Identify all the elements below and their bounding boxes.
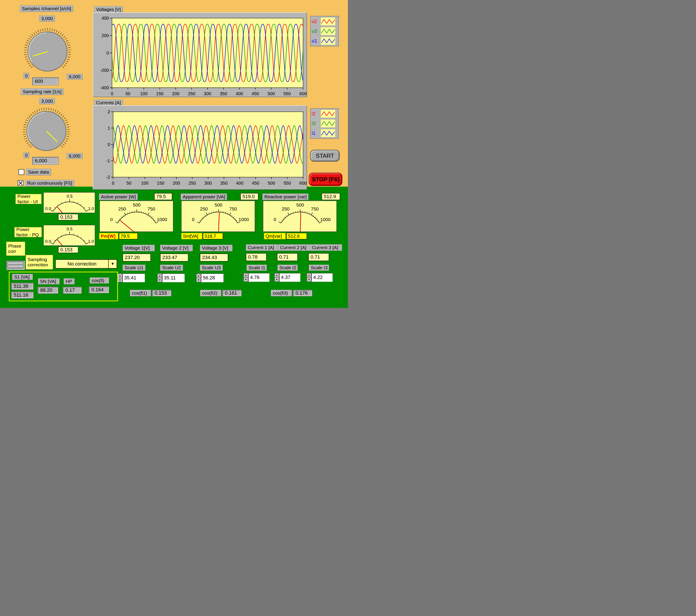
svg-text:600: 600 [299, 91, 306, 96]
scale-u1-input[interactable] [122, 273, 145, 282]
svg-text:0.5: 0.5 [67, 226, 73, 231]
spinner-down-icon[interactable]: ▼ [243, 278, 248, 282]
active-power-label: Active power [W] [99, 193, 138, 200]
legend-label-i3: i3 [312, 121, 319, 126]
legend-item-u1[interactable]: u1 [312, 37, 337, 45]
scale-i1-input[interactable] [248, 273, 269, 282]
spinner-down-icon[interactable]: ▼ [307, 278, 311, 282]
scale-i1-label: Scale I1 [247, 265, 267, 271]
scale-i2-input[interactable] [279, 273, 300, 282]
apparent-power-label: Apparent power [VA] [181, 193, 227, 200]
svg-text:750: 750 [311, 206, 318, 211]
svg-text:100: 100 [140, 91, 147, 96]
correction-dropdown[interactable]: No correction ▼ [55, 259, 117, 269]
legend-item-i2[interactable]: i2 [312, 110, 337, 118]
power-factor-ui-label: Power factor - UI [15, 194, 42, 204]
save-data-checkbox[interactable] [18, 169, 24, 175]
spinner-up-icon[interactable]: ▲ [274, 273, 279, 278]
legend-item-u2[interactable]: u2 [312, 17, 337, 26]
scale-u1-control[interactable]: ▲ ▼ [117, 273, 145, 282]
svg-text:300: 300 [204, 181, 211, 186]
svg-text:200: 200 [173, 181, 180, 186]
cosfi1-label: cos(fi1) [130, 290, 151, 296]
sampling-rate-knob[interactable] [21, 106, 72, 156]
svg-text:500: 500 [268, 91, 275, 96]
scale-u3-input[interactable] [201, 273, 223, 282]
svg-text:0.5: 0.5 [67, 194, 73, 199]
spinner-down-icon[interactable]: ▼ [158, 278, 162, 282]
scale-i2-spinner[interactable]: ▲ ▼ [274, 273, 279, 282]
spinner-up-icon[interactable]: ▲ [243, 273, 248, 278]
scale-u1-spinner[interactable]: ▲ ▼ [117, 273, 122, 282]
scale-u1-label: Scale U1 [123, 265, 145, 271]
phase-corr-indicator[interactable] [6, 260, 25, 270]
scale-u3-spinner[interactable]: ▲ ▼ [196, 273, 201, 282]
spinner-up-icon[interactable]: ▲ [118, 274, 122, 278]
scale-u2-input[interactable] [162, 273, 185, 282]
stop-button[interactable]: STOP [F6] [309, 173, 342, 186]
spinner-down-icon[interactable]: ▼ [274, 278, 279, 282]
svg-text:150: 150 [157, 181, 164, 186]
reactive-power-label: Reactive power [var] [263, 193, 309, 200]
samples-knob[interactable] [22, 26, 73, 77]
scale-i2-control[interactable]: ▲ ▼ [274, 273, 300, 282]
voltage1-label: Voltage 1[V] [123, 245, 155, 251]
start-button[interactable]: START [310, 150, 340, 162]
voltages-graph-panel: 4002000-200-4000501001502002503003504004… [93, 12, 307, 97]
active-power-display: 79.5 [154, 193, 172, 200]
scale-i1-control[interactable]: ▲ ▼ [243, 273, 269, 282]
qm-value: 512.6 [286, 233, 307, 239]
legend-item-i1[interactable]: i1 [312, 129, 337, 137]
scale-u2-label: Scale U2 [160, 265, 183, 271]
spinner-up-icon[interactable]: ▲ [307, 273, 311, 278]
apparent-power-meter: 02505007501000 [181, 201, 255, 232]
scale-i3-label: Scale I3 [309, 265, 329, 271]
cosfi1-value: 0.153 [152, 290, 171, 296]
svg-text:-200: -200 [100, 68, 109, 73]
dropdown-arrow-icon[interactable]: ▼ [108, 260, 117, 268]
i3-wave-icon [320, 119, 335, 128]
current3-label: Current 3 [A] [310, 244, 342, 251]
scale-i3-control[interactable]: ▲ ▼ [306, 273, 333, 282]
sampling-correction-label: Sampling correction [26, 255, 53, 269]
phase-corr-label-line2: corr [8, 249, 16, 254]
svg-text:250: 250 [282, 206, 289, 211]
phase-corr-indicator-bar [8, 265, 23, 267]
spinner-down-icon[interactable]: ▼ [196, 278, 201, 282]
scale-i3-input[interactable] [312, 273, 333, 282]
spinner-up-icon[interactable]: ▲ [158, 274, 162, 278]
run-continuously-checkbox[interactable] [18, 180, 23, 186]
scale-i3-spinner[interactable]: ▲ ▼ [306, 273, 312, 282]
svg-text:0: 0 [111, 91, 113, 96]
power-factor-ui-value: 0.153 [58, 214, 78, 220]
sampling-rate-label: Sampling rate [1/s] [21, 88, 63, 95]
correction-dropdown-value[interactable]: No correction [56, 260, 108, 268]
legend-item-i3[interactable]: i3 [312, 119, 337, 128]
spinner-down-icon[interactable]: ▼ [118, 278, 122, 282]
svg-text:350: 350 [220, 91, 227, 96]
cosfi-value: 0.164 [89, 286, 109, 293]
s1-value-1: 511.39 [11, 283, 34, 290]
reactive-power-meter: 02505007501000 [263, 201, 337, 232]
spinner-up-icon[interactable]: ▲ [196, 274, 201, 278]
scale-u2-control[interactable]: ▲ ▼ [157, 273, 185, 282]
cosfi2-value: 0.161 [222, 290, 242, 296]
svg-text:0.0: 0.0 [45, 239, 51, 243]
samples-value-display[interactable]: 600 [32, 77, 59, 85]
scale-u2-spinner[interactable]: ▲ ▼ [157, 273, 162, 282]
legend-item-u3[interactable]: u3 [312, 27, 337, 35]
legend-label-i2: i2 [312, 111, 319, 116]
scale-u3-control[interactable]: ▲ ▼ [196, 273, 223, 282]
power-factor-pq-label-line2: factor - PQ [16, 232, 39, 237]
svg-text:250: 250 [188, 91, 195, 96]
samples-min-scale: 0 [23, 73, 29, 79]
svg-text:100: 100 [141, 181, 148, 186]
current1-value: 0.78 [246, 253, 267, 261]
sn-label: SN [VA] [38, 278, 60, 284]
voltage2-value: 233.47 [160, 254, 188, 262]
sampling-correction-label-line2: correction [28, 262, 48, 267]
svg-text:250: 250 [189, 181, 196, 186]
scale-i1-spinner[interactable]: ▲ ▼ [243, 273, 248, 282]
power-factor-pq-meter: 0.00.51.0 [43, 225, 95, 246]
rate-value-display[interactable]: 6,000 [32, 157, 59, 165]
